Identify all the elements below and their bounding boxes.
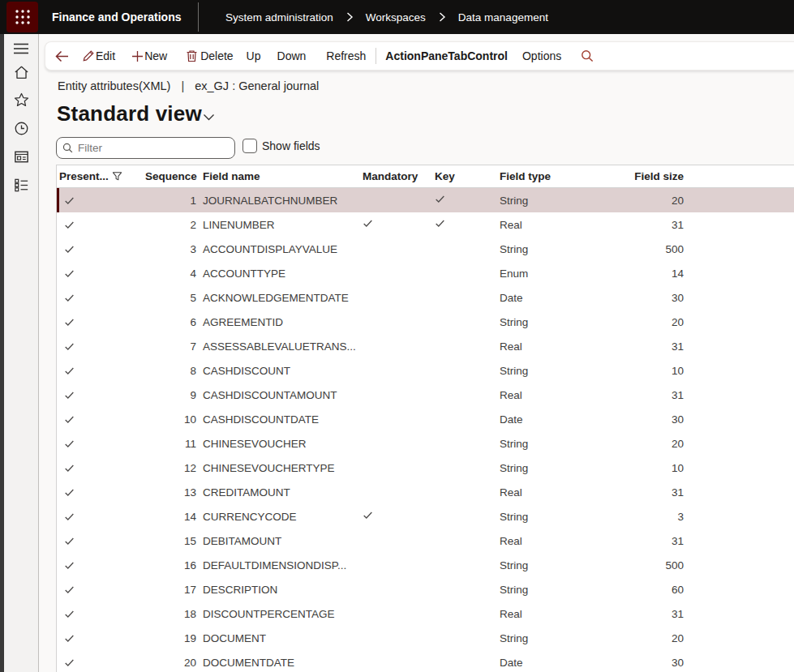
cell-mandatory	[360, 583, 431, 596]
cell-field-type: Real	[496, 608, 604, 620]
down-button[interactable]: Down	[277, 49, 307, 62]
cell-key	[431, 486, 496, 499]
mandatory-check-icon	[363, 510, 373, 520]
column-header-field-size[interactable]: Field size	[604, 170, 685, 182]
cell-mandatory	[360, 559, 431, 571]
form-window-icon[interactable]	[12, 148, 30, 165]
new-button[interactable]: New	[131, 49, 167, 62]
delete-button[interactable]: Delete	[186, 49, 233, 62]
table-row[interactable]: 16 DEFAULTDIMENSIONDISP... String 500	[57, 553, 794, 577]
table-row[interactable]: 11 CHINESEVOUCHER String 20	[57, 431, 794, 456]
show-fields-label[interactable]: Show fields	[262, 139, 320, 153]
table-row[interactable]: 13 CREDITAMOUNT Real 31	[57, 480, 794, 504]
cell-sequence: 19	[145, 632, 200, 644]
options-button[interactable]: Options	[522, 49, 561, 62]
cell-mandatory	[360, 510, 431, 523]
cell-present	[57, 536, 145, 546]
top-navigation-bar: Finance and Operations System administra…	[0, 0, 794, 34]
chevron-down-icon[interactable]	[203, 109, 215, 124]
table-row[interactable]: 8 CASHDISCOUNT String 10	[57, 358, 794, 383]
cell-field-name: CURRENCYCODE	[200, 511, 360, 523]
present-check-icon	[64, 560, 75, 571]
cell-sequence: 14	[145, 511, 200, 523]
favorites-star-icon[interactable]	[12, 91, 30, 109]
table-row[interactable]: 20 DOCUMENTDATE Date 30	[57, 650, 794, 672]
cell-field-size: 30	[604, 292, 685, 304]
refresh-button[interactable]: Refresh	[326, 49, 366, 62]
table-row[interactable]: 4 ACCOUNTTYPE Enum 14	[57, 261, 794, 285]
show-fields-checkbox[interactable]	[242, 139, 257, 153]
column-header-key[interactable]: Key	[431, 170, 496, 182]
table-row[interactable]: 18 DISCOUNTPERCENTAGE Real 31	[57, 601, 794, 626]
cell-key	[431, 364, 496, 377]
cell-mandatory	[360, 218, 431, 231]
filter-search-icon	[62, 143, 73, 153]
table-row[interactable]: 17 DESCRIPTION String 60	[57, 577, 794, 601]
cell-mandatory	[360, 534, 431, 547]
filter-funnel-icon[interactable]	[112, 171, 122, 182]
column-header-mandatory[interactable]: Mandatory	[360, 170, 431, 182]
search-button[interactable]	[581, 49, 594, 62]
cell-field-name: JOURNALBATCHNUMBER	[200, 195, 360, 207]
cell-field-name: DOCUMENTDATE	[200, 657, 360, 669]
cell-mandatory	[360, 607, 431, 620]
cell-present	[57, 293, 145, 303]
breadcrumb-workspaces[interactable]: Workspaces	[366, 11, 426, 24]
column-header-field-type[interactable]: Field type	[496, 170, 604, 182]
table-row[interactable]: 5 ACKNOWLEDGEMENTDATE Date 30	[57, 285, 794, 310]
table-row[interactable]: 7 ASSESSABLEVALUETRANS... Real 31	[57, 334, 794, 358]
edit-pencil-icon	[82, 49, 95, 62]
cell-sequence: 17	[145, 584, 200, 596]
table-row[interactable]: 10 CASHDISCOUNTDATE Date 30	[57, 407, 794, 431]
cell-present	[57, 220, 145, 230]
present-check-icon	[64, 633, 75, 644]
cell-field-type: String	[496, 438, 604, 450]
task-list-icon[interactable]	[12, 176, 30, 194]
cell-field-size: 20	[604, 316, 685, 328]
app-title[interactable]: Finance and Operations	[52, 0, 181, 34]
table-row[interactable]: 1 JOURNALBATCHNUMBER String 20	[57, 188, 794, 212]
cell-mandatory	[360, 413, 431, 426]
breadcrumb-data-management[interactable]: Data management	[458, 11, 548, 24]
table-row[interactable]: 3 ACCOUNTDISPLAYVALUE String 500	[57, 237, 794, 261]
recent-clock-icon[interactable]	[12, 119, 30, 137]
table-row[interactable]: 15 DEBITAMOUNT Real 31	[57, 529, 794, 553]
filter-input[interactable]: Filter	[56, 137, 235, 159]
menu-icon[interactable]	[12, 40, 30, 58]
action-pane-tab-control[interactable]: ActionPaneTabControl	[385, 49, 508, 62]
back-button[interactable]	[54, 49, 70, 63]
cell-field-type: String	[496, 316, 604, 328]
breadcrumb-system-administration[interactable]: System administration	[225, 11, 333, 24]
table-row[interactable]: 14 CURRENCYCODE String 3	[57, 504, 794, 529]
cell-field-name: ACCOUNTTYPE	[200, 268, 360, 280]
cell-field-name: LINENUMBER	[200, 219, 360, 231]
column-header-sequence[interactable]: Sequence	[145, 170, 200, 182]
home-icon[interactable]	[12, 63, 30, 81]
up-button[interactable]: Up	[247, 49, 261, 62]
present-check-icon	[64, 390, 75, 400]
cell-mandatory	[360, 340, 431, 353]
table-row[interactable]: 9 CASHDISCOUNTAMOUNT Real 31	[57, 383, 794, 407]
cell-sequence: 10	[145, 413, 200, 426]
cell-mandatory	[360, 291, 431, 304]
table-row[interactable]: 6 AGREEMENTID String 20	[57, 310, 794, 334]
cell-mandatory	[360, 461, 431, 474]
column-header-field-name[interactable]: Field name	[200, 170, 360, 182]
cell-mandatory	[360, 364, 431, 377]
table-row[interactable]: 19 DOCUMENT String 20	[57, 626, 794, 650]
cell-field-name: ACKNOWLEDGEMENTDATE	[200, 292, 360, 304]
cell-field-type: Real	[496, 486, 604, 499]
cell-field-size: 60	[604, 584, 685, 596]
table-row[interactable]: 12 CHINESEVOUCHERTYPE String 10	[57, 456, 794, 480]
edit-button[interactable]: Edit	[82, 49, 115, 62]
present-check-icon	[64, 487, 75, 498]
column-header-present[interactable]: Present...	[57, 170, 145, 182]
key-check-icon	[435, 194, 445, 204]
navigation-sidebar	[4, 34, 39, 672]
table-row[interactable]: 2 LINENUMBER Real 31	[57, 212, 794, 237]
cell-sequence: 7	[145, 340, 200, 353]
cell-present	[57, 560, 145, 571]
cell-field-type: Enum	[496, 268, 604, 280]
app-launcher-button[interactable]	[6, 2, 38, 32]
context-source: ex_GJ : General journal	[195, 79, 319, 92]
